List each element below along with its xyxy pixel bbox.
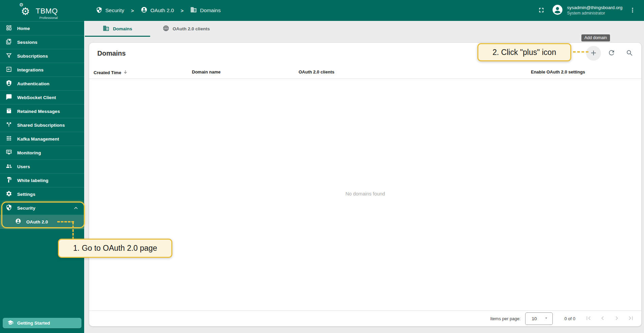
tutorial-step1-connector-horizontal — [57, 221, 74, 222]
school-icon — [7, 320, 13, 327]
tab-bar: Domains OAuth 2.0 clients — [84, 21, 644, 37]
monitor-icon — [6, 149, 12, 157]
sidebar-item-sessions[interactable]: Sessions — [0, 35, 84, 49]
sidebar-item-label: OAuth 2.0 — [26, 219, 48, 224]
paint-roller-icon — [6, 177, 12, 184]
domain-icon — [190, 6, 197, 14]
column-domain-name[interactable]: Domain name — [192, 69, 221, 74]
tab-label: Domains — [113, 26, 132, 31]
chevron-down-icon — [544, 315, 548, 322]
previous-page-button[interactable] — [596, 311, 610, 326]
kebab-menu-icon — [629, 7, 636, 14]
last-page-button[interactable] — [624, 311, 638, 326]
breadcrumb-label: OAuth 2.0 — [150, 7, 174, 13]
tutorial-step1-connector-vertical — [72, 222, 74, 239]
dashboard-icon — [6, 25, 12, 32]
sidebar-item-label: Subscriptions — [17, 54, 48, 59]
column-label: OAuth 2.0 clients — [299, 69, 334, 74]
sidebar-item-label: Home — [17, 26, 30, 31]
security-shield-icon — [6, 204, 12, 212]
breadcrumb-security[interactable]: Security — [96, 7, 124, 14]
chat-icon — [6, 94, 12, 101]
gear-icon — [6, 190, 12, 198]
sidebar-menu: Home Sessions Subscriptions Integrations… — [0, 21, 84, 229]
last-page-icon — [627, 314, 635, 323]
domains-card: Domains Created Time Domain name — [89, 43, 641, 326]
top-header-bar: Security > OAuth 2.0 > Domains sysadmin@… — [0, 0, 644, 21]
archive-icon — [6, 108, 12, 115]
column-oauth2-clients[interactable]: OAuth 2.0 clients — [299, 69, 334, 74]
sidebar-item-label: WebSocket Client — [17, 95, 56, 100]
people-icon — [6, 163, 12, 171]
person-icon — [15, 218, 21, 225]
filter-icon — [6, 52, 12, 60]
user-email: sysadmin@thingsboard.org — [567, 5, 622, 11]
sidebar-item-label: Kafka Management — [17, 137, 59, 142]
tutorial-step2-callout: 2. Click "plus" icon — [477, 43, 571, 61]
sidebar-item-security[interactable]: Security — [0, 201, 84, 215]
table-toolbar — [586, 46, 637, 61]
add-domain-tooltip: Add domain — [581, 34, 610, 41]
items-per-page-label: Items per page: — [490, 316, 520, 321]
chevron-up-icon[interactable] — [73, 205, 79, 212]
shield-icon — [96, 7, 102, 14]
sort-desc-icon — [123, 69, 128, 75]
input-icon — [6, 66, 12, 74]
sidebar-item-settings[interactable]: Settings — [0, 187, 84, 201]
search-button[interactable] — [622, 46, 637, 61]
sidebar-item-home[interactable]: Home — [0, 22, 84, 35]
sidebar-item-label: Monitoring — [17, 150, 41, 155]
sidebar-item-users[interactable]: Users — [0, 160, 84, 174]
add-domain-button[interactable] — [586, 46, 601, 61]
page-size-value: 10 — [532, 316, 537, 321]
first-page-button[interactable] — [581, 311, 596, 326]
tbmq-logo-icon: ⚙ ⚙ — [20, 3, 34, 18]
breadcrumb-oauth[interactable]: OAuth 2.0 — [141, 6, 174, 14]
sidebar-item-label: Sessions — [17, 40, 37, 45]
app-edition: Professional — [36, 16, 58, 20]
sidebar-item-subscriptions[interactable]: Subscriptions — [0, 49, 84, 63]
user-info[interactable]: sysadmin@thingsboard.org System administ… — [567, 5, 622, 16]
sidebar-item-websocket-client[interactable]: WebSocket Client — [0, 91, 84, 104]
column-label: Enable OAuth 2.0 settings — [531, 69, 585, 74]
sidebar-item-retained-messages[interactable]: Retained Messages — [0, 104, 84, 118]
avatar[interactable] — [552, 4, 563, 17]
table-header-row: Created Time Domain name OAuth 2.0 clien… — [89, 66, 641, 79]
sidebar-item-authentication[interactable]: Authentication — [0, 77, 84, 91]
getting-started-label: Getting Started — [17, 321, 50, 326]
sidebar-item-monitoring[interactable]: Monitoring — [0, 146, 84, 160]
empty-state-message: No domains found — [89, 191, 641, 196]
breadcrumb: Security > OAuth 2.0 > Domains — [96, 0, 221, 21]
sidebar-item-integrations[interactable]: Integrations — [0, 63, 84, 77]
app-logo[interactable]: ⚙ ⚙ TBMQ Professional — [20, 3, 58, 20]
getting-started-button[interactable]: Getting Started — [3, 318, 81, 328]
apps-grid-icon — [6, 135, 12, 143]
next-page-button[interactable] — [610, 311, 624, 326]
refresh-button[interactable] — [604, 46, 619, 61]
sidebar-item-shared-subscriptions[interactable]: Shared Subscriptions — [0, 118, 84, 132]
tab-domains[interactable]: Domains — [85, 21, 150, 37]
column-enable-oauth2-settings[interactable]: Enable OAuth 2.0 settings — [531, 69, 585, 74]
fullscreen-button[interactable] — [535, 4, 548, 17]
page-size-select[interactable]: 10 — [525, 312, 553, 325]
tab-oauth2-clients[interactable]: OAuth 2.0 clients — [150, 21, 222, 37]
sidebar-item-label: Retained Messages — [17, 109, 60, 114]
sidebar-item-white-labeling[interactable]: White labeling — [0, 174, 84, 187]
app-name: TBMQ — [36, 7, 58, 15]
logo-text: TBMQ Professional — [36, 3, 58, 20]
kebab-menu-button[interactable] — [628, 4, 637, 17]
sidebar-item-label: Security — [17, 206, 35, 211]
sidebar-item-label: Integrations — [17, 67, 43, 72]
breadcrumb-domains[interactable]: Domains — [190, 6, 221, 14]
domain-icon — [103, 25, 109, 33]
auth-shield-icon — [6, 80, 12, 88]
sidebar-item-kafka-management[interactable]: Kafka Management — [0, 132, 84, 146]
column-label: Created Time — [94, 70, 121, 75]
refresh-icon — [608, 49, 615, 58]
plus-icon — [589, 49, 598, 58]
sidebar: ⚙ ⚙ TBMQ Professional Home Sessions Subs… — [0, 0, 84, 333]
sidebar-item-label: Users — [17, 164, 30, 169]
sidebar-item-label: Authentication — [17, 81, 49, 86]
breadcrumb-separator: > — [129, 8, 136, 13]
column-created-time[interactable]: Created Time — [94, 69, 128, 75]
